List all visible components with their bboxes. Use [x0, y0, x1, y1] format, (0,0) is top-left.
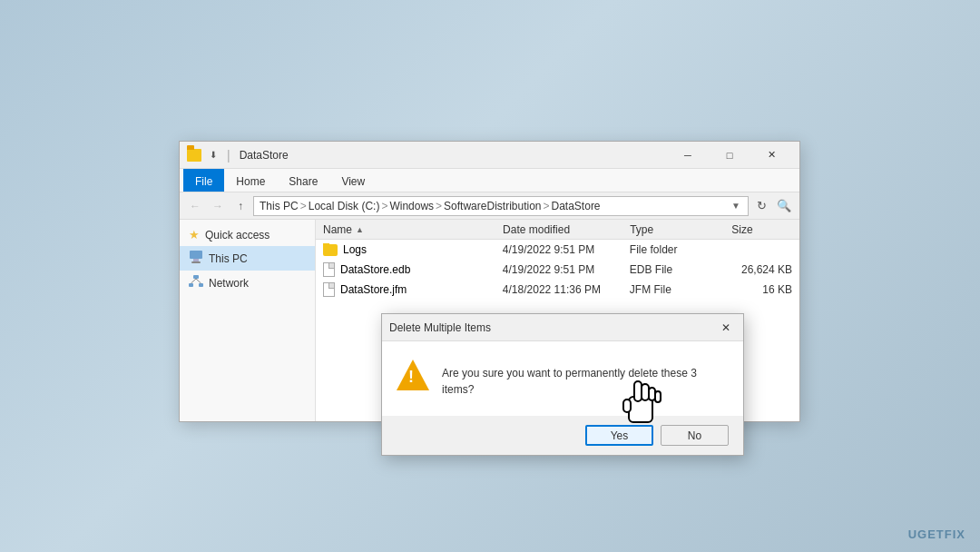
- no-button[interactable]: No: [661, 425, 729, 446]
- title-separator: |: [227, 148, 230, 163]
- sidebar-item-network[interactable]: Network: [180, 271, 315, 295]
- address-box[interactable]: This PC > Local Disk (C:) > Windows > So…: [253, 196, 749, 216]
- sep1: >: [300, 200, 307, 212]
- folder-title-icon: [187, 149, 201, 162]
- window-title: DataStore: [240, 149, 289, 162]
- file-type-logs: File folder: [630, 243, 731, 256]
- col-size[interactable]: Size: [731, 223, 799, 236]
- tab-file[interactable]: File: [183, 169, 224, 192]
- dialog-body: Are you sure you want to permanently del…: [382, 341, 743, 416]
- dialog-buttons: Yes No: [382, 416, 743, 455]
- sidebar: ★ Quick access This PC: [180, 220, 316, 421]
- file-row-datastore-jfm[interactable]: DataStore.jfm 4/18/2022 11:36 PM JFM Fil…: [316, 280, 799, 300]
- svg-rect-0: [190, 251, 202, 259]
- watermark: UGETFIX: [908, 527, 965, 541]
- sidebar-label-quick-access: Quick access: [205, 229, 270, 242]
- file-icon-edb: [323, 262, 335, 277]
- sidebar-item-quick-access[interactable]: ★ Quick access: [180, 223, 315, 246]
- crumb-local-disk: Local Disk (C:): [309, 200, 380, 212]
- col-date[interactable]: Date modified: [503, 223, 630, 236]
- title-bar: ⬇ | DataStore ─ □ ✕: [180, 142, 799, 169]
- svg-rect-3: [193, 275, 199, 279]
- file-size-edb: 26,624 KB: [731, 263, 799, 276]
- back-button[interactable]: ←: [185, 196, 205, 216]
- sep2: >: [381, 200, 387, 212]
- qat-properties-btn[interactable]: ⬇: [205, 147, 221, 163]
- sort-arrow: ▲: [356, 225, 364, 234]
- yes-button[interactable]: Yes: [585, 425, 653, 446]
- up-button[interactable]: ↑: [230, 196, 250, 216]
- delete-dialog: Delete Multiple Items ✕ Are you sure you…: [381, 313, 744, 456]
- dialog-close-button[interactable]: ✕: [716, 318, 736, 338]
- forward-button[interactable]: →: [208, 196, 228, 216]
- crumb-datastore: DataStore: [552, 200, 601, 212]
- dialog-title-bar: Delete Multiple Items ✕: [382, 314, 743, 341]
- file-row-logs[interactable]: Logs 4/19/2022 9:51 PM File folder: [316, 240, 799, 260]
- svg-rect-2: [191, 261, 201, 263]
- crumb-this-pc: This PC: [260, 200, 299, 212]
- file-row-datastore-edb[interactable]: DataStore.edb 4/19/2022 9:51 PM EDB File…: [316, 260, 799, 280]
- quick-access-toolbar: ⬇: [205, 147, 221, 163]
- file-type-edb: EDB File: [630, 263, 731, 276]
- file-icon-jfm: [323, 282, 335, 297]
- maximize-button[interactable]: □: [709, 142, 750, 169]
- file-type-jfm: JFM File: [630, 283, 731, 296]
- svg-rect-1: [193, 259, 199, 261]
- file-date-edb: 4/19/2022 9:51 PM: [503, 263, 630, 276]
- dialog-title: Delete Multiple Items: [389, 321, 716, 334]
- crumb-windows: Windows: [389, 200, 434, 212]
- close-button[interactable]: ✕: [750, 142, 792, 169]
- star-icon: ★: [189, 228, 200, 242]
- svg-rect-5: [199, 283, 203, 287]
- warning-triangle: [397, 360, 429, 390]
- tab-share[interactable]: Share: [277, 171, 329, 192]
- svg-rect-4: [189, 283, 193, 287]
- network-icon: [189, 275, 203, 291]
- file-name-edb: DataStore.edb: [316, 262, 503, 277]
- folder-icon-logs: [323, 244, 338, 256]
- minimize-button[interactable]: ─: [667, 142, 709, 169]
- svg-line-7: [196, 279, 201, 283]
- sep4: >: [544, 200, 550, 212]
- dialog-message: Are you sure you want to permanently del…: [442, 360, 729, 398]
- col-name[interactable]: Name ▲: [316, 223, 503, 236]
- file-name-logs: Logs: [316, 243, 503, 256]
- search-button[interactable]: 🔍: [774, 196, 794, 216]
- window-controls: ─ □ ✕: [667, 142, 792, 169]
- pc-icon: [189, 251, 203, 266]
- sep3: >: [436, 200, 442, 212]
- file-size-jfm: 16 KB: [731, 283, 799, 296]
- file-name-jfm: DataStore.jfm: [316, 282, 503, 297]
- crumb-softwaredist: SoftwareDistribution: [444, 200, 541, 212]
- tab-view[interactable]: View: [329, 171, 377, 192]
- refresh-button[interactable]: ↻: [751, 196, 771, 216]
- address-bar-row: ← → ↑ This PC > Local Disk (C:) > Window…: [180, 192, 799, 220]
- column-header: Name ▲ Date modified Type Size: [316, 220, 799, 240]
- sidebar-label-network: Network: [209, 277, 249, 290]
- col-type[interactable]: Type: [630, 223, 731, 236]
- address-dropdown-arrow[interactable]: ▼: [730, 201, 742, 211]
- tab-home[interactable]: Home: [224, 171, 277, 192]
- svg-line-6: [191, 279, 197, 283]
- file-date-logs: 4/19/2022 9:51 PM: [503, 243, 630, 256]
- sidebar-label-this-pc: This PC: [209, 252, 248, 265]
- ribbon: File Home Share View: [180, 169, 799, 192]
- warning-icon: [397, 360, 429, 392]
- file-date-jfm: 4/18/2022 11:36 PM: [503, 283, 630, 296]
- sidebar-item-this-pc[interactable]: This PC: [180, 246, 315, 271]
- ribbon-tabs: File Home Share View: [180, 169, 799, 192]
